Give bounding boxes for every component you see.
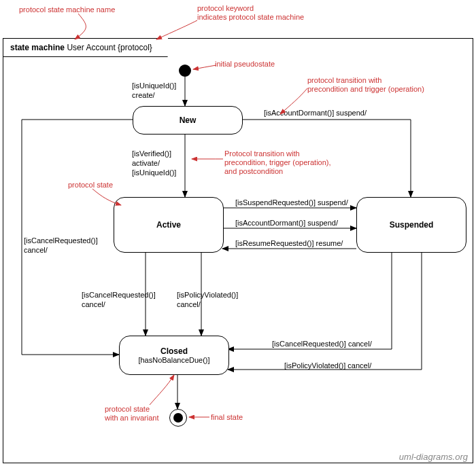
annot-final: final state [211,413,243,422]
annot-state-invariant: protocol state with an invariant [105,405,159,423]
sm-protocol-keyword: {protocol} [118,43,152,52]
state-closed-label: Closed [160,346,188,356]
trans-new-suspended: [isAccountDormant()] suspend/ [264,109,367,118]
annot-protocol-state: protocol state [68,181,113,190]
final-state-dot [173,413,183,423]
trans-susp-closed2: [isPolicyViolated()] cancel/ [284,361,371,371]
annot-trans-full: Protocol transition with precondition, t… [224,149,331,177]
state-closed-invariant: [hasNoBalanceDue()] [138,356,209,364]
trans-susp-active: [isResumeRequested()] resume/ [235,239,343,249]
final-state [169,409,187,427]
state-new-label: New [180,115,197,125]
state-active-label: Active [156,220,181,230]
state-closed: Closed [hasNoBalanceDue()] [119,336,229,375]
annot-sm-name: protocol state machine name [19,5,115,14]
initial-pseudostate [179,65,191,77]
annot-trans-pre-trigger: protocol transition with precondition an… [307,76,424,94]
trans-susp-closed1: [isCancelRequested()] cancel/ [272,340,372,349]
watermark: uml-diagrams.org [399,452,468,462]
trans-active-susp2: [isAccountDormant()] suspend/ [235,219,338,228]
sm-keyword-label: state machine [10,43,65,52]
state-suspended-label: Suspended [390,220,434,230]
trans-new-closed: [isCancelRequested()] cancel/ [24,236,98,255]
trans-new-active: [isVerified()] activate/ [isUniqueId()] [132,149,176,177]
trans-active-closed2: [isPolicyViolated()] cancel/ [177,291,238,310]
trans-active-closed1: [isCancelRequested()] cancel/ [82,291,156,310]
trans-active-susp1: [isSuspendRequested()] suspend/ [235,198,348,208]
annot-initial: initial pseudostate [215,60,275,69]
state-active: Active [114,197,224,253]
sm-name: User Account [67,43,115,52]
trans-init-new: [isUniqueId()] create/ [132,82,176,101]
sm-title-tab: state machine User Account {protocol} [3,38,168,57]
state-new: New [133,106,243,135]
state-suspended: Suspended [356,197,466,253]
annot-protocol-keyword: protocol keyword indicates protocol stat… [197,4,304,22]
